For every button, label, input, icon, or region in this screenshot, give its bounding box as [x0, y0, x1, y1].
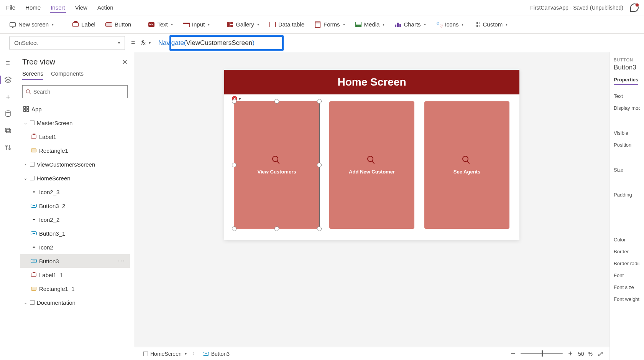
- app-title: FirstCanvasApp - Saved (Unpublished): [530, 5, 623, 11]
- insert-forms-label: Forms: [324, 21, 340, 28]
- breadcrumb-control-label: Button3: [211, 351, 230, 357]
- chevron-right-icon[interactable]: ›: [23, 162, 28, 167]
- prop-row-text[interactable]: Text: [614, 90, 640, 102]
- search-icon: [272, 156, 281, 165]
- chevron-down-icon: ▾: [149, 41, 151, 45]
- canvas-card-see-agents[interactable]: See Agents: [424, 101, 509, 229]
- chevron-down-icon[interactable]: ⌄: [23, 300, 28, 305]
- canvas-screen-header[interactable]: Home Screen: [224, 70, 519, 94]
- insert-gallery-button[interactable]: Gallery ▾: [223, 19, 263, 30]
- tree-search-input[interactable]: [33, 89, 124, 95]
- top-menu-items: File Home Insert View Action: [5, 2, 114, 13]
- tree-scroll[interactable]: App ⌄ MasterScreen Label1 Rectangle1 › V…: [20, 102, 130, 360]
- svg-rect-2: [7, 129, 11, 133]
- tree-item-icon2-2[interactable]: ✦ Icon2_2: [20, 213, 130, 226]
- prop-row-border-radius[interactable]: Border radiu: [614, 258, 640, 269]
- tree-item-rectangle1[interactable]: Rectangle1: [20, 144, 130, 157]
- tree-item-button3[interactable]: Button3 ···: [20, 254, 130, 268]
- tree-item-icon2[interactable]: ✦ Icon2: [20, 240, 130, 254]
- prop-row-padding[interactable]: Padding: [614, 189, 640, 201]
- media-icon: [5, 127, 12, 134]
- rail-tree-view[interactable]: [3, 75, 13, 84]
- prop-row-position[interactable]: Position: [614, 139, 640, 151]
- rail-advanced[interactable]: [3, 143, 13, 152]
- fit-to-window-button[interactable]: ⤢: [596, 349, 604, 358]
- prop-row-color[interactable]: Color: [614, 234, 640, 246]
- tree-item-button3-2[interactable]: Button3_2: [20, 199, 130, 213]
- menu-view[interactable]: View: [74, 2, 88, 13]
- tree-tab-screens[interactable]: Screens: [22, 70, 43, 80]
- prop-row-border[interactable]: Border: [614, 246, 640, 258]
- zoom-in-button[interactable]: +: [567, 349, 574, 358]
- chevron-down-icon: ▾: [52, 22, 54, 26]
- prop-row-font[interactable]: Font: [614, 269, 640, 281]
- insert-media-button[interactable]: Media ▾: [351, 19, 389, 30]
- prop-row-font-weight[interactable]: Font weight: [614, 293, 640, 305]
- chevron-down-icon[interactable]: ⌄: [23, 176, 28, 181]
- insert-forms-button[interactable]: Forms ▾: [310, 19, 349, 30]
- tree-item-label1[interactable]: Label1: [20, 130, 130, 144]
- button-icon: [203, 351, 209, 357]
- insert-input-button[interactable]: Input ▾: [179, 19, 214, 30]
- canvas-card-view-customers[interactable]: ✕ ▾ View Customers: [234, 101, 319, 229]
- app-checker-icon[interactable]: [630, 3, 639, 12]
- zoom-slider[interactable]: [521, 353, 563, 354]
- insert-button-button[interactable]: Button: [102, 19, 135, 30]
- tree-item-documentation[interactable]: ⌄ Documentation: [20, 296, 130, 309]
- breadcrumb-separator: 〉: [192, 350, 197, 357]
- prop-row-visible[interactable]: Visible: [614, 127, 640, 139]
- close-panel-button[interactable]: ✕: [122, 58, 128, 66]
- input-icon: [183, 21, 190, 28]
- breadcrumb-screen[interactable]: HomeScreen ▾: [140, 349, 191, 358]
- prop-row-font-size[interactable]: Font size: [614, 281, 640, 293]
- tree-item-label: Rectangle1: [39, 147, 68, 154]
- breadcrumb-control[interactable]: Button3: [199, 349, 233, 358]
- canvas-card-add-customer[interactable]: Add New Customer: [329, 101, 414, 229]
- tree-item-rectangle1-1[interactable]: Rectangle1_1: [20, 282, 130, 296]
- tree-item-button3-1[interactable]: Button3_1: [20, 226, 130, 240]
- tree-item-masterscreen[interactable]: ⌄ MasterScreen: [20, 116, 130, 130]
- tree-tab-components[interactable]: Components: [51, 70, 84, 80]
- rail-media[interactable]: [3, 126, 13, 135]
- zoom-out-button[interactable]: −: [509, 349, 517, 358]
- prop-row-size[interactable]: Size: [614, 164, 640, 176]
- new-screen-button[interactable]: New screen ▾: [5, 19, 58, 30]
- chevron-down-icon: ▾: [257, 22, 259, 26]
- tree-item-viewcustomersscreen[interactable]: › ViewCustomersScreen: [20, 157, 130, 171]
- canvas-screen-body: ✕ ▾ View Customers Add New Customer: [224, 94, 519, 240]
- property-selector[interactable]: OnSelect ▾: [9, 36, 125, 50]
- menu-file[interactable]: File: [5, 2, 16, 13]
- insert-icons-button[interactable]: Icons ▾: [432, 19, 468, 30]
- insert-text-button[interactable]: Abc Text ▾: [144, 19, 177, 30]
- menu-home[interactable]: Home: [25, 2, 41, 13]
- formula-input[interactable]: Navigate(ViewCustomersScreen): [154, 36, 635, 50]
- tree-item-homescreen[interactable]: ⌄ HomeScreen: [20, 171, 130, 185]
- insert-ribbon: New screen ▾ Label Button Abc Text ▾ Inp…: [0, 15, 644, 34]
- tree-search[interactable]: [22, 85, 128, 98]
- rail-insert[interactable]: ＋: [3, 92, 13, 101]
- chevron-down-icon: ▾: [171, 22, 173, 26]
- icon-icon: ✦: [31, 189, 37, 195]
- fx-button[interactable]: fx ▾: [141, 39, 151, 47]
- insert-input-label: Input: [192, 21, 205, 28]
- tree-item-icon2-3[interactable]: ✦ Icon2_3: [20, 185, 130, 199]
- insert-label-button[interactable]: Label: [68, 19, 99, 30]
- rail-hamburger[interactable]: ≡: [3, 58, 13, 68]
- more-options-icon[interactable]: ···: [118, 258, 125, 264]
- rail-data[interactable]: [3, 109, 13, 118]
- menu-insert[interactable]: Insert: [50, 2, 66, 13]
- insert-charts-button[interactable]: Charts ▾: [391, 19, 429, 30]
- chevron-down-icon[interactable]: ⌄: [23, 121, 28, 126]
- properties-tab[interactable]: Properties: [614, 77, 638, 85]
- prop-row-displaymode[interactable]: Display mod: [614, 102, 640, 114]
- custom-icon: [473, 21, 480, 28]
- button-icon: [31, 230, 37, 236]
- menu-action[interactable]: Action: [97, 2, 114, 13]
- tree-item-app[interactable]: App: [20, 102, 130, 116]
- insert-text-label: Text: [157, 21, 168, 28]
- insert-custom-button[interactable]: Custom ▾: [470, 19, 511, 30]
- canvas-screen[interactable]: Home Screen ✕ ▾ View Customers: [224, 70, 519, 240]
- tree-item-label1-1[interactable]: Label1_1: [20, 268, 130, 282]
- canvas-viewport[interactable]: Home Screen ✕ ▾ View Customers: [134, 52, 610, 347]
- insert-datatable-button[interactable]: Data table: [265, 19, 308, 30]
